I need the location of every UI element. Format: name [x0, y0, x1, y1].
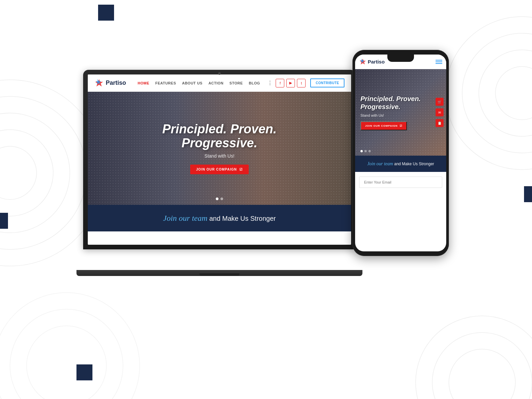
logo-star-icon — [94, 78, 104, 88]
hero-title-line1: Principled. Proven. — [162, 122, 277, 136]
hamburger-line-2 — [436, 62, 442, 62]
phone-join-text: Join our team and Make Us Stronger — [360, 160, 442, 167]
main-container: Partiso HOME FEATURES ABOUT US ACTION ST… — [0, 0, 532, 399]
hamburger-menu-button[interactable] — [436, 60, 442, 64]
laptop-join-banner: Join our team and Make Us Stronger — [88, 205, 351, 231]
nav-blog[interactable]: BLOG — [249, 81, 260, 85]
checkbox-icon: ☑ — [239, 168, 243, 171]
nav-features[interactable]: FEATURES — [155, 81, 176, 85]
phone-logo-text: Partiso — [368, 59, 385, 65]
phone-join-banner: Join our team and Make Us Stronger — [355, 156, 446, 172]
phone-dot-3[interactable] — [368, 150, 371, 152]
laptop-hero: Principled. Proven. Progressive. Stand w… — [88, 92, 351, 205]
phone-side-icons: 🛒 ✉ 📋 — [436, 98, 444, 127]
phone-cta-label: JOIN OUR COMPAIGN — [365, 124, 398, 127]
phone-hero-cta-button[interactable]: JOIN OUR COMPAIGN ☑ — [360, 121, 407, 130]
phone-hero: Principled. Proven. Progressive. Stand w… — [355, 69, 446, 156]
laptop-navbar: Partiso HOME FEATURES ABOUT US ACTION ST… — [88, 74, 351, 92]
phone-hero-title-line1: Principled. Proven. — [360, 95, 421, 102]
nav-store[interactable]: STORE — [229, 81, 243, 85]
phone-dot-2[interactable] — [364, 150, 367, 152]
join-cursive-text: Join our team — [163, 214, 207, 222]
contribute-button[interactable]: CONTRIBUTE — [310, 78, 344, 87]
laptop-device: Partiso HOME FEATURES ABOUT US ACTION ST… — [83, 70, 356, 276]
phone-notch — [387, 55, 414, 62]
phone-dot-1[interactable] — [360, 150, 363, 152]
phone-hero-content: Principled. Proven. Progressive. Stand w… — [360, 95, 441, 130]
youtube-icon-btn[interactable]: ▶ — [286, 79, 295, 87]
phone-slider-dots — [360, 150, 371, 152]
hamburger-line-1 — [436, 60, 442, 61]
hero-slider-dots — [216, 198, 223, 200]
nav-home[interactable]: HOME — [138, 81, 149, 85]
laptop-screen-bezel: Partiso HOME FEATURES ABOUT US ACTION ST… — [83, 70, 356, 249]
hero-subtitle: Stand with Us! — [162, 153, 277, 159]
hero-title-line2: Progressive. — [182, 136, 257, 150]
phone-join-cursive: Join our team — [367, 161, 393, 166]
phone-logo-star-icon — [359, 58, 366, 66]
laptop-base — [76, 270, 362, 276]
phone-join-regular: and Make Us Stronger — [393, 162, 434, 166]
phone-email-section — [355, 172, 446, 193]
phone-side-icon-3[interactable]: 📋 — [436, 119, 444, 127]
phone-checkbox-icon: ☑ — [400, 124, 402, 127]
join-regular-text: and Make Us Stronger — [207, 215, 276, 222]
devices-wrapper: Partiso HOME FEATURES ABOUT US ACTION ST… — [83, 50, 449, 349]
laptop-logo-text: Partiso — [106, 79, 126, 86]
hero-dot-1[interactable] — [216, 198, 218, 200]
nav-action[interactable]: ACTION — [208, 81, 223, 85]
hero-dot-2[interactable] — [220, 198, 223, 200]
laptop-social-icons: f ▶ t CONTRIBUTE — [276, 78, 344, 87]
laptop-camera — [218, 72, 221, 75]
phone-screen: Partiso Principled. Prove — [355, 55, 446, 251]
hero-cta-label: JOIN OUR COMPAIGN — [196, 168, 237, 171]
nav-about[interactable]: ABOUT US — [182, 81, 202, 85]
phone-side-icon-1[interactable]: 🛒 — [436, 98, 444, 106]
phone-hero-title: Principled. Proven. Progressive. — [360, 95, 441, 111]
phone-email-input[interactable] — [359, 177, 442, 188]
facebook-icon-btn[interactable]: f — [276, 79, 284, 87]
hero-cta-button[interactable]: JOIN OUR COMPAIGN ☑ — [190, 165, 249, 174]
phone-logo: Partiso — [359, 58, 385, 66]
phone-side-icon-2[interactable]: ✉ — [436, 108, 444, 116]
nav-more-icon[interactable]: ⋮ — [267, 80, 273, 86]
hamburger-line-3 — [436, 63, 442, 64]
hero-title: Principled. Proven. Progressive. — [162, 122, 277, 150]
phone-bezel: Partiso Principled. Prove — [352, 50, 449, 256]
join-text: Join our team and Make Us Stronger — [163, 214, 276, 223]
hero-content: Principled. Proven. Progressive. Stand w… — [162, 122, 277, 175]
phone-hero-subtitle: Stand with Us! — [360, 113, 441, 117]
twitter-icon-btn[interactable]: t — [297, 79, 306, 87]
phone-hero-title-line2: Progressive. — [360, 103, 400, 110]
laptop-logo: Partiso — [94, 78, 128, 88]
laptop-nav: HOME FEATURES ABOUT US ACTION STORE BLOG… — [138, 80, 276, 86]
laptop-screen: Partiso HOME FEATURES ABOUT US ACTION ST… — [88, 74, 351, 245]
phone-device: Partiso Principled. Prove — [352, 50, 449, 256]
